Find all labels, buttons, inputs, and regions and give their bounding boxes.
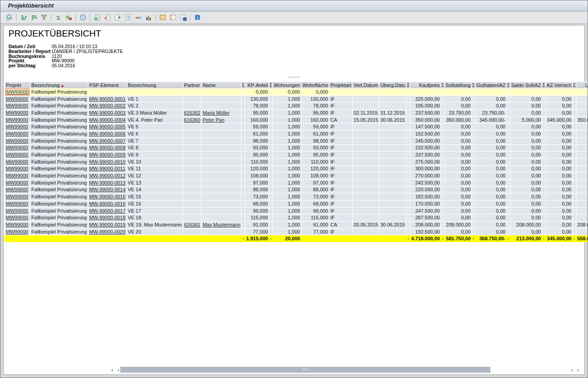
project-link[interactable]: MW99000	[6, 103, 28, 108]
project-link[interactable]: MW99000	[6, 166, 28, 171]
word-export-icon[interactable]	[102, 12, 112, 23]
cell-kp: 68,000	[245, 201, 269, 208]
project-link[interactable]: MW99000	[6, 131, 28, 136]
column-header-bez1[interactable]: Bezeichnung	[30, 82, 88, 89]
psp-element-link[interactable]: MW-99000-0016	[89, 201, 126, 206]
column-header-guthaben[interactable]: Guthaben/AZ	[475, 82, 506, 89]
project-link[interactable]: MW99000	[6, 229, 28, 234]
column-header-projektart[interactable]: Projektart	[329, 82, 353, 89]
local-file-export-icon[interactable]	[112, 12, 123, 23]
psp-element-link[interactable]: MW-99000-0006	[89, 131, 126, 136]
sort-descending-icon[interactable]	[29, 12, 39, 23]
column-header-saldo[interactable]: Saldo Soll/AZ	[510, 82, 542, 89]
cell-bez1: Fallbeispiel Privatisierung	[30, 214, 88, 222]
text-doc-icon[interactable]: T	[123, 12, 133, 23]
info-icon[interactable]: i	[192, 12, 202, 23]
psp-element-link[interactable]: MW-99000-0011	[89, 166, 125, 171]
project-link[interactable]: MW99000	[6, 180, 28, 185]
project-link[interactable]: MW99000	[6, 138, 28, 144]
column-header-s5[interactable]: Σ	[472, 82, 475, 89]
project-link[interactable]: MW99000	[6, 215, 28, 220]
partner-name-link[interactable]: Maria Müller	[202, 110, 230, 115]
psp-element-link[interactable]: MW-99000-0015	[89, 194, 126, 199]
choose-layout-icon[interactable]	[168, 12, 178, 23]
graphic-icon[interactable]	[143, 12, 153, 23]
column-header-s7[interactable]: Σ	[542, 82, 546, 89]
sort-ascending-icon[interactable]	[18, 12, 29, 23]
abc-analysis-icon[interactable]: abc	[133, 12, 143, 23]
cell-s6	[506, 95, 510, 103]
project-link[interactable]: MW99000	[6, 145, 28, 150]
psp-element-link[interactable]: MW-99000-0019	[89, 222, 126, 227]
project-link[interactable]: MW99000	[6, 110, 28, 115]
scroll-right-2-icon[interactable]: ›	[575, 367, 581, 373]
column-header-vertdatum[interactable]: Vert.Datum	[353, 82, 379, 89]
column-header-wohnflaeche[interactable]: Wohnfläche	[301, 82, 329, 89]
column-header-bez2[interactable]: Bezeichnung	[127, 82, 183, 89]
psp-element-link[interactable]: MW-99000-0014	[89, 187, 126, 192]
scroll-left-2-icon[interactable]: ‹	[569, 367, 575, 373]
column-header-azverrech[interactable]: AZ-Verrech	[546, 82, 573, 89]
psp-element-link[interactable]: MW-99000-0018	[89, 215, 126, 220]
project-link[interactable]: MW99000	[6, 159, 28, 164]
column-header-name[interactable]: Name	[201, 82, 242, 89]
psp-element-link[interactable]: MW-99000-0010	[89, 159, 126, 164]
details-icon[interactable]	[4, 12, 14, 23]
psp-element-link[interactable]: MW-99000-0002	[89, 103, 126, 108]
psp-element-link[interactable]: MW-99000-0001	[89, 96, 126, 102]
filter-icon[interactable]	[39, 12, 49, 23]
column-header-s2[interactable]: Σ	[269, 82, 273, 89]
column-header-uebergdatu[interactable]: Überg.Datu	[379, 82, 407, 89]
psp-element-link[interactable]: MW-99000-0020	[89, 229, 126, 234]
partner-link[interactable]: 616360	[184, 117, 201, 123]
project-link[interactable]: MW99000	[6, 194, 28, 199]
project-link[interactable]: MW99000	[6, 89, 29, 94]
psp-element-link[interactable]: MW-99000-0012	[89, 173, 126, 178]
horizontal-scrollbar[interactable]	[120, 367, 490, 373]
column-header-s6[interactable]: Σ	[506, 82, 510, 89]
project-link[interactable]: MW99000	[6, 208, 28, 214]
psp-element-link[interactable]: MW-99000-0003	[89, 110, 126, 115]
column-header-s4[interactable]: Σ	[441, 82, 444, 89]
project-link[interactable]: MW99000	[6, 187, 28, 192]
scroll-left-icon[interactable]: ‹	[109, 367, 115, 373]
project-link[interactable]: MW99000	[6, 173, 28, 178]
psp-element-link[interactable]: MW-99000-0004	[89, 117, 126, 123]
partner-name-link[interactable]: Max Mustermann	[202, 222, 240, 227]
column-header-s8[interactable]: Σ	[572, 82, 576, 89]
sum-icon[interactable]: Σ	[53, 12, 63, 23]
column-header-partner[interactable]: Partner	[183, 82, 201, 89]
project-link[interactable]: MW99000	[6, 201, 28, 206]
project-link[interactable]: MW99000	[6, 96, 28, 102]
save-layout-icon[interactable]	[178, 12, 188, 23]
psp-element-link[interactable]: MW-99000-0009	[89, 152, 126, 157]
psp-element-link[interactable]: MW-99000-0005	[89, 124, 126, 129]
column-header-umsatz[interactable]: Umsatz	[576, 82, 588, 89]
column-header-projekt[interactable]: Projekt	[5, 82, 30, 89]
project-link[interactable]: MW99000	[6, 222, 28, 227]
column-header-psp[interactable]: PSP-Element	[88, 82, 127, 89]
psp-element-link[interactable]: MW-99000-0008	[89, 145, 126, 150]
percentage-icon[interactable]: %	[63, 12, 74, 23]
column-header-wohnungen[interactable]: Wohnungen	[273, 82, 301, 89]
scrollbar-grip-icon[interactable]	[303, 368, 308, 371]
column-header-sollstellung[interactable]: Sollstellung	[444, 82, 472, 89]
partner-link[interactable]: 616361	[184, 222, 201, 227]
cell-s1	[242, 193, 245, 201]
project-link[interactable]: MW99000	[6, 117, 28, 123]
column-header-s3[interactable]: Σ	[407, 82, 410, 89]
project-link[interactable]: MW99000	[6, 152, 28, 157]
layout-grid-icon[interactable]	[157, 12, 168, 23]
psp-element-link[interactable]: MW-99000-0007	[89, 138, 126, 144]
excel-export-icon[interactable]: X	[92, 12, 102, 23]
column-header-kaufpreis[interactable]: Kaufpreis	[410, 82, 441, 89]
column-header-kp[interactable]: KP-Anteil	[245, 82, 269, 89]
partner-name-link[interactable]: Peter Pan	[202, 117, 224, 123]
refresh-clock-icon[interactable]	[78, 12, 88, 23]
psp-element-link[interactable]: MW-99000-0013	[89, 180, 126, 185]
column-header-s1[interactable]: Σ	[242, 82, 245, 89]
splitter-handle[interactable]	[289, 77, 300, 78]
project-link[interactable]: MW99000	[6, 124, 28, 129]
partner-link[interactable]: 616362	[184, 110, 201, 115]
psp-element-link[interactable]: MW-99000-0017	[89, 208, 126, 214]
